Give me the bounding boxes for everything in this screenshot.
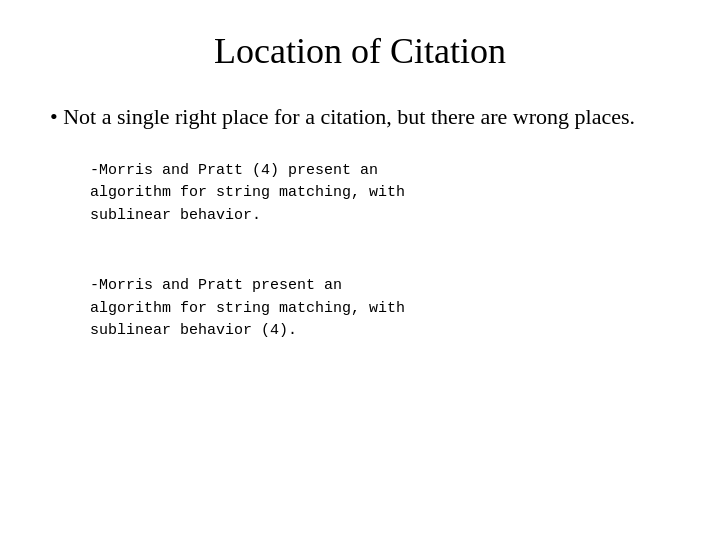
bullet-section: • Not a single right place for a citatio… bbox=[50, 102, 670, 132]
code-block-1: -Morris and Pratt (4) present an algorit… bbox=[90, 160, 670, 228]
spacer bbox=[50, 245, 670, 265]
slide-title: Location of Citation bbox=[50, 30, 670, 72]
bullet-content: Not a single right place for a citation,… bbox=[63, 104, 635, 129]
slide: Location of Citation • Not a single righ… bbox=[0, 0, 720, 540]
bullet-text: • Not a single right place for a citatio… bbox=[50, 104, 635, 129]
bullet-symbol: • bbox=[50, 104, 63, 129]
code-block-2: -Morris and Pratt present an algorithm f… bbox=[90, 275, 670, 343]
